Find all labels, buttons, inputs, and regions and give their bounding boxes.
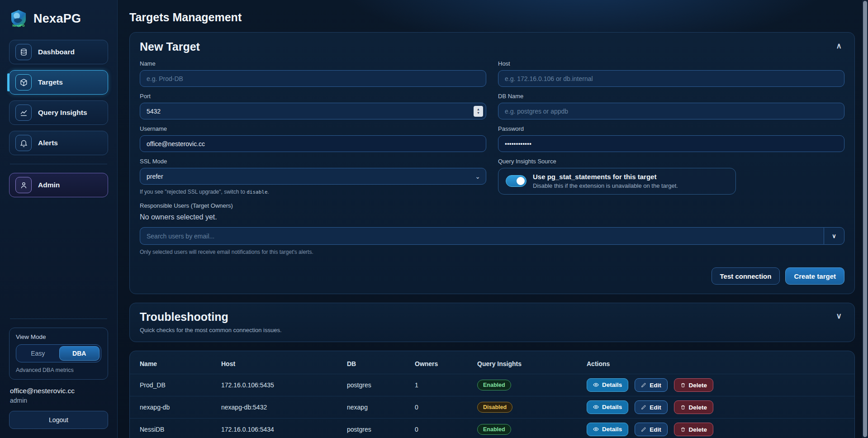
collapse-chevron-up-icon[interactable]: ∧ [834, 40, 844, 52]
page-scrollbar[interactable] [862, 0, 868, 438]
db-name-field-group: DB Name [498, 93, 844, 119]
target-name: Prod_DB [140, 381, 221, 389]
edit-button[interactable]: Edit [635, 378, 668, 392]
ssl-mode-select[interactable]: prefer ⌄ [140, 168, 486, 185]
view-mode-easy-button[interactable]: Easy [18, 346, 58, 361]
target-owners-count: 0 [415, 426, 477, 433]
port-input[interactable] [140, 103, 486, 119]
target-host: nexapg-db:5432 [221, 404, 347, 411]
details-button[interactable]: Details [587, 400, 628, 414]
target-name: NessiDB [140, 426, 221, 433]
test-connection-button[interactable]: Test connection [711, 267, 780, 285]
trash-icon [680, 427, 686, 432]
view-mode-panel: View Mode Easy DBA Advanced DBA metrics [9, 328, 108, 380]
nexapg-logo-icon: NexaPG [9, 9, 28, 28]
sidebar-item-dashboard[interactable]: Dashboard [9, 40, 108, 64]
username-input[interactable] [140, 135, 486, 152]
sidebar-divider [10, 319, 107, 319]
target-host: 172.16.0.106:5435 [221, 381, 347, 389]
sidebar-item-label: Dashboard [38, 48, 75, 56]
owner-dropdown-button[interactable]: ∨ [824, 227, 844, 245]
sidebar-divider [10, 164, 107, 164]
sidebar-item-targets[interactable]: Targets [9, 70, 108, 95]
bell-icon [15, 135, 32, 151]
eye-icon [593, 382, 599, 388]
create-target-button[interactable]: Create target [785, 267, 844, 285]
trash-icon [680, 382, 686, 388]
host-input[interactable] [498, 70, 844, 87]
pencil-icon [641, 405, 646, 410]
sidebar-item-alerts[interactable]: Alerts [9, 131, 108, 155]
sidebar-item-query-insights[interactable]: Query Insights [9, 100, 108, 125]
eye-icon [593, 404, 599, 410]
password-input[interactable] [498, 135, 844, 152]
pg-stat-statements-toggle[interactable] [506, 175, 526, 187]
sidebar: NexaPG NexaPG Dashboard Targets [0, 0, 118, 438]
row-actions: Details Edit Delete [587, 378, 844, 392]
details-button[interactable]: Details [587, 378, 628, 392]
name-input[interactable] [140, 70, 486, 87]
sidebar-item-label: Query Insights [38, 109, 87, 117]
troubleshooting-subtitle: Quick checks for the most common connect… [140, 327, 282, 333]
edit-button[interactable]: Edit [635, 400, 668, 414]
logout-button[interactable]: Logout [9, 411, 108, 429]
port-label: Port [140, 93, 486, 100]
table-row: NessiDB 172.16.0.106:5434 postgres 0 Ena… [130, 419, 854, 438]
db-name-input[interactable] [498, 103, 844, 119]
host-field-group: Host [498, 60, 844, 87]
user-email: office@nesterovic.cc [10, 387, 107, 395]
sidebar-item-admin[interactable]: Admin [9, 173, 108, 197]
page-title: Targets Management [129, 11, 855, 24]
name-field-group: Name [140, 60, 486, 87]
toggle-subtitle: Disable this if the extension is unavail… [533, 182, 678, 189]
query-insights-status-badge: Enabled [477, 380, 511, 390]
scrollbar-thumb[interactable] [863, 1, 867, 437]
edit-button[interactable]: Edit [635, 423, 668, 436]
delete-button[interactable]: Delete [674, 378, 714, 392]
number-spinner-icon[interactable]: ▲▼ [474, 106, 483, 117]
owner-search-input[interactable] [140, 227, 824, 245]
main-content: Targets Management New Target ∧ Name Hos… [118, 0, 868, 438]
person-icon [15, 177, 32, 193]
view-mode-label: View Mode [16, 333, 101, 340]
app-name: NexaPG [33, 12, 81, 26]
host-label: Host [498, 60, 844, 67]
column-header-query-insights: Query Insights [477, 360, 587, 367]
form-actions: Test connection Create target [140, 267, 844, 285]
sidebar-item-label: Alerts [38, 139, 58, 147]
table-row: Prod_DB 172.16.0.106:5435 postgres 1 Ena… [130, 374, 854, 396]
chart-icon [15, 105, 32, 121]
sidebar-nav: Dashboard Targets Query Insights [9, 40, 108, 155]
user-role: admin [10, 397, 107, 404]
target-owners-count: 0 [415, 404, 477, 411]
new-target-form: Name Host Port ▲▼ DB Name Username [140, 60, 844, 195]
query-insights-source-label: Query Insights Source [498, 158, 844, 165]
owners-hint: Only selected users will receive email n… [140, 249, 844, 255]
port-field-group: Port ▲▼ [140, 93, 486, 119]
ssl-mode-value: prefer [147, 173, 163, 180]
column-header-owners: Owners [415, 360, 477, 367]
target-db: nexapg [347, 404, 415, 411]
delete-button[interactable]: Delete [674, 423, 714, 436]
cube-icon [15, 74, 32, 90]
pencil-icon [641, 427, 646, 432]
collapse-chevron-down-icon[interactable]: ∨ [834, 310, 844, 322]
details-button[interactable]: Details [587, 423, 628, 436]
new-target-title: New Target [140, 40, 200, 53]
troubleshooting-card: Troubleshooting Quick checks for the mos… [129, 303, 855, 342]
target-host: 172.16.0.106:5434 [221, 426, 347, 433]
ssl-mode-field-group: SSL Mode prefer ⌄ If you see "rejected S… [140, 158, 486, 195]
view-mode-hint: Advanced DBA metrics [16, 367, 101, 373]
name-label: Name [140, 60, 486, 67]
password-field-group: Password [498, 125, 844, 152]
query-insights-status-badge: Disabled [477, 402, 512, 413]
sidebar-bottom: View Mode Easy DBA Advanced DBA metrics … [9, 310, 108, 429]
delete-button[interactable]: Delete [674, 400, 714, 414]
owners-label: Responsible Users (Target Owners) [140, 202, 844, 209]
column-header-actions: Actions [587, 360, 844, 367]
username-label: Username [140, 125, 486, 132]
new-target-card: New Target ∧ Name Host Port ▲▼ DB Name [129, 32, 855, 294]
query-insights-status-badge: Enabled [477, 424, 511, 435]
table-body: Prod_DB 172.16.0.106:5435 postgres 1 Ena… [130, 374, 854, 438]
view-mode-dba-button[interactable]: DBA [59, 346, 100, 361]
